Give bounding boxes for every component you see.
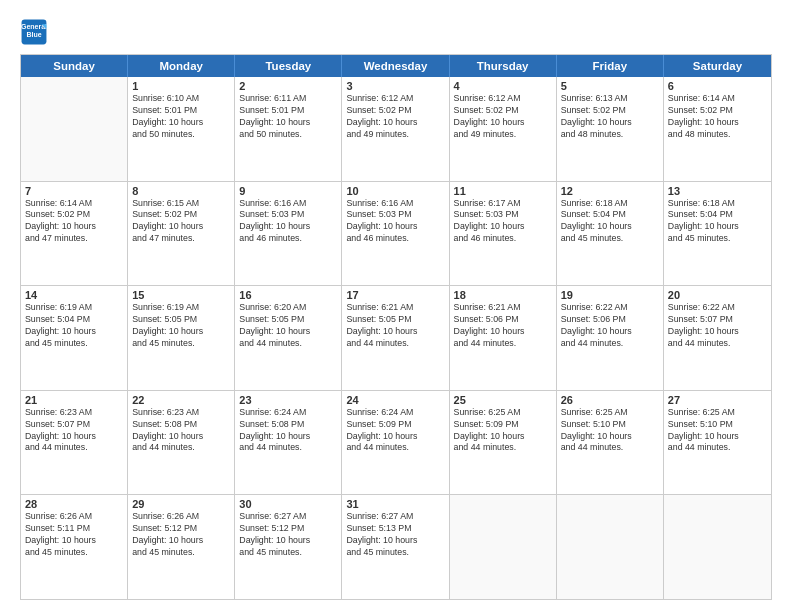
day-number: 21 — [25, 394, 123, 406]
day-info: Sunrise: 6:25 AM Sunset: 5:10 PM Dayligh… — [668, 407, 767, 455]
day-header-thursday: Thursday — [450, 55, 557, 77]
calendar-day-1: 1Sunrise: 6:10 AM Sunset: 5:01 PM Daylig… — [128, 77, 235, 181]
day-number: 17 — [346, 289, 444, 301]
day-info: Sunrise: 6:12 AM Sunset: 5:02 PM Dayligh… — [346, 93, 444, 141]
calendar-day-7: 7Sunrise: 6:14 AM Sunset: 5:02 PM Daylig… — [21, 182, 128, 286]
calendar-day-30: 30Sunrise: 6:27 AM Sunset: 5:12 PM Dayli… — [235, 495, 342, 599]
calendar-week-3: 14Sunrise: 6:19 AM Sunset: 5:04 PM Dayli… — [21, 285, 771, 390]
day-info: Sunrise: 6:22 AM Sunset: 5:06 PM Dayligh… — [561, 302, 659, 350]
day-number: 9 — [239, 185, 337, 197]
calendar-week-2: 7Sunrise: 6:14 AM Sunset: 5:02 PM Daylig… — [21, 181, 771, 286]
day-info: Sunrise: 6:16 AM Sunset: 5:03 PM Dayligh… — [239, 198, 337, 246]
day-header-friday: Friday — [557, 55, 664, 77]
calendar-day-29: 29Sunrise: 6:26 AM Sunset: 5:12 PM Dayli… — [128, 495, 235, 599]
calendar-week-1: 1Sunrise: 6:10 AM Sunset: 5:01 PM Daylig… — [21, 77, 771, 181]
day-info: Sunrise: 6:18 AM Sunset: 5:04 PM Dayligh… — [561, 198, 659, 246]
day-info: Sunrise: 6:19 AM Sunset: 5:04 PM Dayligh… — [25, 302, 123, 350]
calendar-day-empty — [664, 495, 771, 599]
calendar-day-28: 28Sunrise: 6:26 AM Sunset: 5:11 PM Dayli… — [21, 495, 128, 599]
logo: General Blue — [20, 18, 52, 46]
calendar: SundayMondayTuesdayWednesdayThursdayFrid… — [20, 54, 772, 600]
calendar-day-11: 11Sunrise: 6:17 AM Sunset: 5:03 PM Dayli… — [450, 182, 557, 286]
day-number: 18 — [454, 289, 552, 301]
calendar-day-4: 4Sunrise: 6:12 AM Sunset: 5:02 PM Daylig… — [450, 77, 557, 181]
calendar-day-27: 27Sunrise: 6:25 AM Sunset: 5:10 PM Dayli… — [664, 391, 771, 495]
logo-icon: General Blue — [20, 18, 48, 46]
calendar-day-31: 31Sunrise: 6:27 AM Sunset: 5:13 PM Dayli… — [342, 495, 449, 599]
day-info: Sunrise: 6:13 AM Sunset: 5:02 PM Dayligh… — [561, 93, 659, 141]
calendar-day-10: 10Sunrise: 6:16 AM Sunset: 5:03 PM Dayli… — [342, 182, 449, 286]
calendar-day-25: 25Sunrise: 6:25 AM Sunset: 5:09 PM Dayli… — [450, 391, 557, 495]
day-number: 28 — [25, 498, 123, 510]
day-header-sunday: Sunday — [21, 55, 128, 77]
svg-text:Blue: Blue — [26, 31, 41, 38]
day-info: Sunrise: 6:24 AM Sunset: 5:08 PM Dayligh… — [239, 407, 337, 455]
calendar-day-empty — [21, 77, 128, 181]
day-number: 20 — [668, 289, 767, 301]
calendar-day-19: 19Sunrise: 6:22 AM Sunset: 5:06 PM Dayli… — [557, 286, 664, 390]
calendar-day-15: 15Sunrise: 6:19 AM Sunset: 5:05 PM Dayli… — [128, 286, 235, 390]
day-number: 5 — [561, 80, 659, 92]
day-info: Sunrise: 6:17 AM Sunset: 5:03 PM Dayligh… — [454, 198, 552, 246]
calendar-day-22: 22Sunrise: 6:23 AM Sunset: 5:08 PM Dayli… — [128, 391, 235, 495]
calendar-day-6: 6Sunrise: 6:14 AM Sunset: 5:02 PM Daylig… — [664, 77, 771, 181]
calendar-header-row: SundayMondayTuesdayWednesdayThursdayFrid… — [21, 55, 771, 77]
page: General Blue SundayMondayTuesdayWednesda… — [0, 0, 792, 612]
day-number: 10 — [346, 185, 444, 197]
day-number: 12 — [561, 185, 659, 197]
day-number: 16 — [239, 289, 337, 301]
day-info: Sunrise: 6:24 AM Sunset: 5:09 PM Dayligh… — [346, 407, 444, 455]
day-number: 3 — [346, 80, 444, 92]
day-info: Sunrise: 6:16 AM Sunset: 5:03 PM Dayligh… — [346, 198, 444, 246]
day-info: Sunrise: 6:25 AM Sunset: 5:10 PM Dayligh… — [561, 407, 659, 455]
day-number: 30 — [239, 498, 337, 510]
calendar-day-17: 17Sunrise: 6:21 AM Sunset: 5:05 PM Dayli… — [342, 286, 449, 390]
day-number: 2 — [239, 80, 337, 92]
calendar-day-9: 9Sunrise: 6:16 AM Sunset: 5:03 PM Daylig… — [235, 182, 342, 286]
day-number: 4 — [454, 80, 552, 92]
calendar-day-24: 24Sunrise: 6:24 AM Sunset: 5:09 PM Dayli… — [342, 391, 449, 495]
day-number: 24 — [346, 394, 444, 406]
calendar-week-4: 21Sunrise: 6:23 AM Sunset: 5:07 PM Dayli… — [21, 390, 771, 495]
day-info: Sunrise: 6:18 AM Sunset: 5:04 PM Dayligh… — [668, 198, 767, 246]
day-info: Sunrise: 6:15 AM Sunset: 5:02 PM Dayligh… — [132, 198, 230, 246]
day-number: 14 — [25, 289, 123, 301]
day-number: 26 — [561, 394, 659, 406]
day-number: 8 — [132, 185, 230, 197]
day-number: 29 — [132, 498, 230, 510]
day-number: 15 — [132, 289, 230, 301]
day-info: Sunrise: 6:21 AM Sunset: 5:05 PM Dayligh… — [346, 302, 444, 350]
day-info: Sunrise: 6:11 AM Sunset: 5:01 PM Dayligh… — [239, 93, 337, 141]
day-number: 27 — [668, 394, 767, 406]
day-number: 19 — [561, 289, 659, 301]
day-header-wednesday: Wednesday — [342, 55, 449, 77]
day-number: 6 — [668, 80, 767, 92]
day-header-monday: Monday — [128, 55, 235, 77]
day-info: Sunrise: 6:27 AM Sunset: 5:12 PM Dayligh… — [239, 511, 337, 559]
day-info: Sunrise: 6:10 AM Sunset: 5:01 PM Dayligh… — [132, 93, 230, 141]
day-number: 31 — [346, 498, 444, 510]
day-info: Sunrise: 6:26 AM Sunset: 5:11 PM Dayligh… — [25, 511, 123, 559]
day-info: Sunrise: 6:14 AM Sunset: 5:02 PM Dayligh… — [25, 198, 123, 246]
day-info: Sunrise: 6:22 AM Sunset: 5:07 PM Dayligh… — [668, 302, 767, 350]
header: General Blue — [20, 18, 772, 46]
day-number: 22 — [132, 394, 230, 406]
day-info: Sunrise: 6:26 AM Sunset: 5:12 PM Dayligh… — [132, 511, 230, 559]
day-info: Sunrise: 6:20 AM Sunset: 5:05 PM Dayligh… — [239, 302, 337, 350]
calendar-day-3: 3Sunrise: 6:12 AM Sunset: 5:02 PM Daylig… — [342, 77, 449, 181]
calendar-day-20: 20Sunrise: 6:22 AM Sunset: 5:07 PM Dayli… — [664, 286, 771, 390]
day-header-saturday: Saturday — [664, 55, 771, 77]
calendar-day-23: 23Sunrise: 6:24 AM Sunset: 5:08 PM Dayli… — [235, 391, 342, 495]
calendar-day-14: 14Sunrise: 6:19 AM Sunset: 5:04 PM Dayli… — [21, 286, 128, 390]
day-number: 13 — [668, 185, 767, 197]
calendar-body: 1Sunrise: 6:10 AM Sunset: 5:01 PM Daylig… — [21, 77, 771, 599]
calendar-day-26: 26Sunrise: 6:25 AM Sunset: 5:10 PM Dayli… — [557, 391, 664, 495]
calendar-day-12: 12Sunrise: 6:18 AM Sunset: 5:04 PM Dayli… — [557, 182, 664, 286]
calendar-day-empty — [450, 495, 557, 599]
calendar-day-empty — [557, 495, 664, 599]
svg-text:General: General — [21, 23, 47, 30]
day-info: Sunrise: 6:12 AM Sunset: 5:02 PM Dayligh… — [454, 93, 552, 141]
calendar-day-2: 2Sunrise: 6:11 AM Sunset: 5:01 PM Daylig… — [235, 77, 342, 181]
day-number: 23 — [239, 394, 337, 406]
day-number: 7 — [25, 185, 123, 197]
